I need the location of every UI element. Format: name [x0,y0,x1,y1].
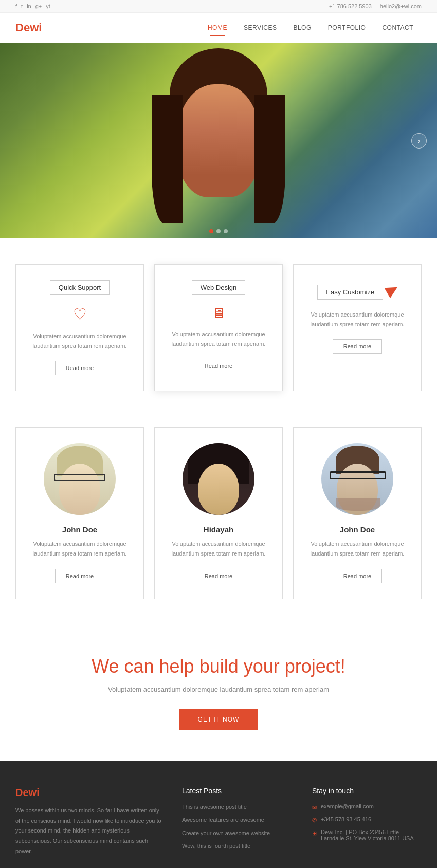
service-desc-2: Voluptatem accusantium doloremque laudan… [165,329,272,348]
nav-portfolio[interactable]: PORTFOLIO [320,20,374,35]
team-section: John Doe Voluptatem accusantium doloremq… [0,417,437,624]
phone-number: +1 786 522 5903 [329,3,372,9]
cta-title-start: We can [92,656,159,677]
footer-email-item: ✉ example@gmail.com [312,803,422,811]
team-name-1: John Doe [26,525,133,534]
top-bar-contact: +1 786 522 5903 hello2@+wi.com [329,3,422,9]
team-card-1: John Doe Voluptatem accusantium doloremq… [15,427,144,599]
footer-posts-heading: Latest Posts [182,787,292,795]
logo-text: ewi [24,21,42,34]
footer-logo: Dewi [15,787,161,799]
service-readmore-2[interactable]: Read more [194,359,243,373]
footer-contact: Stay in touch ✉ example@gmail.com ✆ +345… [312,787,422,857]
header: Dewi HOME SERVICES BLOG PORTFOLIO CONTAC… [0,13,437,43]
avatar-face-2 [198,464,239,515]
monitor-icon: 🖥 [165,305,272,321]
email-icon: ✉ [312,804,317,811]
service-desc-3: Voluptatem accusantium doloremque laudan… [304,310,411,329]
logo[interactable]: Dewi [15,21,42,34]
footer-latest-posts: Latest Posts This is awesome post title … [182,787,292,857]
location-icon: ⊞ [312,830,317,837]
footer-address-item: ⊞ Dewi Inc. | PO Box 23456 Little Larnda… [312,829,422,841]
facebook-icon[interactable]: f [15,3,17,9]
team-name-3: John Doe [304,525,411,534]
hero-dots [209,229,228,233]
footer-address: Dewi Inc. | PO Box 23456 Little Larndall… [321,829,422,841]
arrow-icon: ▶ [381,279,400,300]
team-desc-1: Voluptatem accusantium doloremque laudan… [26,539,133,558]
service-card-3: Easy Customize ▶ Voluptatem accusantium … [293,264,422,391]
service-readmore-1[interactable]: Read more [55,361,104,375]
hero-image: › [0,43,437,238]
service-title-2: Web Design [192,280,246,295]
team-readmore-1[interactable]: Read more [55,569,104,583]
hero-section: › [0,43,437,238]
footer-post-1[interactable]: This is awesome post title [182,803,292,811]
social-links[interactable]: f t in g+ yt [15,3,50,9]
nav-home[interactable]: HOME [199,20,235,35]
hero-dot-1[interactable] [209,229,213,233]
service-title-3: Easy Customize [317,285,383,300]
team-readmore-2[interactable]: Read more [194,569,243,583]
nav-services[interactable]: SERVICES [235,20,285,35]
service-title-1: Quick Support [50,280,110,295]
footer-top: Dewi We posses within us two minds. So f… [15,787,422,868]
heart-icon: ♡ [26,305,133,323]
cta-title-highlight: help build your [159,656,280,677]
team-card-2: Hidayah Voluptatem accusantium doloremqu… [154,427,283,599]
linkedin-icon[interactable]: in [27,3,31,9]
footer-about: Dewi We posses within us two minds. So f… [15,787,161,857]
cta-subtitle: Voluptatem accusantium doloremque laudan… [15,686,422,693]
hero-dot-3[interactable] [224,229,228,233]
avatar-face-1 [59,464,100,515]
nav-contact[interactable]: CONTACT [374,20,422,35]
services-section: Quick Support ♡ Voluptatem accusantium d… [0,238,437,417]
footer-contact-heading: Stay in touch [312,787,422,795]
footer-logo-letter: D [15,787,23,798]
team-readmore-3[interactable]: Read more [333,569,382,583]
team-avatar-1 [44,443,116,515]
footer-post-4[interactable]: Wow, this is fourth post title [182,842,292,850]
team-desc-3: Voluptatem accusantium doloremque laudan… [304,539,411,558]
footer-email: example@gmail.com [321,803,374,809]
footer-about-text: We posses within us two minds. So far I … [15,806,161,857]
youtube-icon[interactable]: yt [46,3,50,9]
phone-icon: ✆ [312,817,317,824]
team-desc-2: Voluptatem accusantium doloremque laudan… [165,539,272,558]
service-card-1: Quick Support ♡ Voluptatem accusantium d… [15,264,144,391]
team-name-2: Hidayah [165,525,272,534]
footer-phone: +345 578 93 45 416 [321,816,371,822]
team-avatar-2 [183,443,254,515]
hero-next-button[interactable]: › [411,133,427,149]
footer-post-2[interactable]: Awesome features are awesome [182,816,292,824]
googleplus-icon[interactable]: g+ [35,3,42,9]
footer-post-3[interactable]: Create your own awesome website [182,829,292,837]
footer-phone-item: ✆ +345 578 93 45 416 [312,816,422,824]
main-nav: HOME SERVICES BLOG PORTFOLIO CONTACT [199,20,422,35]
top-bar: f t in g+ yt +1 786 522 5903 hello2@+wi.… [0,0,437,13]
team-card-3: John Doe Voluptatem accusantium doloremq… [293,427,422,599]
cta-section: We can help build your project! Voluptat… [0,625,437,761]
footer-logo-text: ewi [23,787,39,798]
hero-dot-2[interactable] [216,229,221,233]
cta-title: We can help build your project! [15,656,422,677]
twitter-icon[interactable]: t [21,3,23,9]
email-address: hello2@+wi.com [380,3,422,9]
cta-title-end: project! [280,656,345,677]
logo-letter: D [15,21,24,34]
service-readmore-3[interactable]: Read more [333,339,382,354]
service-desc-1: Voluptatem accusantium doloremque laudan… [26,331,133,350]
footer-posts-list: This is awesome post title Awesome featu… [182,803,292,851]
nav-blog[interactable]: BLOG [285,20,319,35]
service-card-2: Web Design 🖥 Voluptatem accusantium dolo… [154,264,283,391]
team-avatar-3 [321,443,393,515]
cta-button[interactable]: GET IT NOW [179,709,258,730]
footer: Dewi We posses within us two minds. So f… [0,761,437,868]
